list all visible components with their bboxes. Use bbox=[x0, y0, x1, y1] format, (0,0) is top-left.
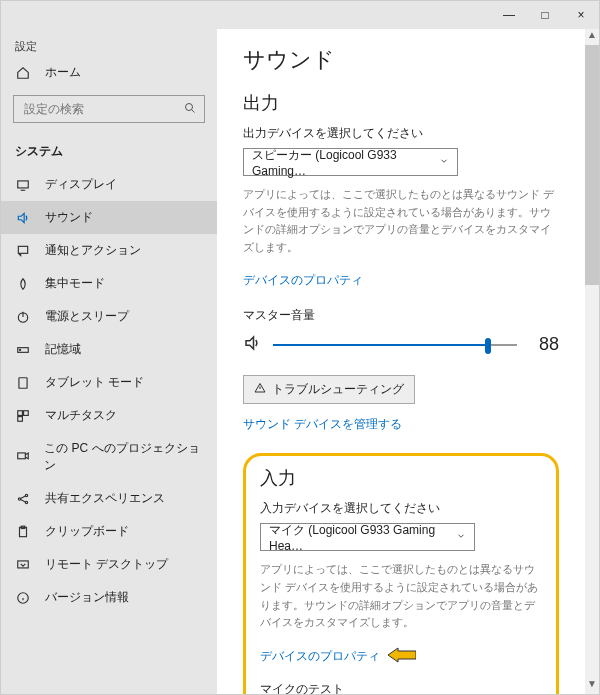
output-properties-link[interactable]: デバイスのプロパティ bbox=[243, 272, 363, 289]
titlebar: — □ × bbox=[1, 1, 599, 29]
focus-icon bbox=[15, 277, 31, 291]
svg-rect-5 bbox=[18, 246, 27, 253]
sidebar-section-title: システム bbox=[1, 133, 217, 168]
sidebar-item-remote[interactable]: リモート デスクトップ bbox=[1, 548, 217, 581]
callout-arrow-icon bbox=[388, 646, 416, 667]
master-volume-slider[interactable] bbox=[273, 344, 517, 346]
scroll-up-icon[interactable]: ▲ bbox=[587, 29, 597, 45]
sidebar-item-label: リモート デスクトップ bbox=[45, 556, 168, 573]
sidebar-item-label: タブレット モード bbox=[45, 374, 144, 391]
input-description: アプリによっては、ここで選択したものとは異なるサウンド デバイスを使用するように… bbox=[260, 561, 542, 631]
scrollbar-thumb[interactable] bbox=[585, 45, 599, 285]
clipboard-icon bbox=[15, 525, 31, 539]
sidebar-item-share[interactable]: 共有エクスペリエンス bbox=[1, 482, 217, 515]
tablet-icon bbox=[15, 376, 31, 390]
display-icon bbox=[15, 178, 31, 192]
multitask-icon bbox=[15, 409, 31, 423]
minimize-button[interactable]: — bbox=[491, 1, 527, 29]
svg-point-16 bbox=[18, 497, 20, 499]
output-device-select[interactable]: スピーカー (Logicool G933 Gaming… bbox=[243, 148, 458, 176]
chevron-down-icon bbox=[456, 530, 466, 544]
svg-marker-27 bbox=[246, 337, 254, 349]
svg-rect-2 bbox=[18, 180, 29, 187]
output-description: アプリによっては、ここで選択したものとは異なるサウンド デバイスを使用するように… bbox=[243, 186, 559, 256]
page-title: サウンド bbox=[243, 45, 559, 75]
output-troubleshoot-button[interactable]: トラブルシューティング bbox=[243, 375, 415, 404]
sidebar-item-focus[interactable]: 集中モード bbox=[1, 267, 217, 300]
sidebar-item-display[interactable]: ディスプレイ bbox=[1, 168, 217, 201]
sidebar-item-label: 集中モード bbox=[45, 275, 105, 292]
share-icon bbox=[15, 492, 31, 506]
search-icon bbox=[184, 102, 196, 117]
svg-marker-4 bbox=[18, 213, 24, 222]
svg-line-1 bbox=[192, 109, 195, 112]
svg-rect-15 bbox=[17, 453, 25, 459]
warning-icon bbox=[254, 382, 266, 397]
power-icon bbox=[15, 310, 31, 324]
sidebar-item-label: この PC へのプロジェクション bbox=[44, 440, 203, 474]
sidebar-item-label: クリップボード bbox=[45, 523, 129, 540]
storage-icon bbox=[15, 343, 31, 357]
svg-marker-30 bbox=[388, 648, 416, 662]
sidebar-item-label: マルチタスク bbox=[45, 407, 117, 424]
input-section-highlight: 入力 入力デバイスを選択してください マイク (Logicool G933 Ga… bbox=[243, 453, 559, 694]
home-icon bbox=[15, 66, 31, 80]
svg-rect-10 bbox=[19, 377, 27, 388]
app-title: 設定 bbox=[1, 33, 217, 56]
input-properties-link[interactable]: デバイスのプロパティ bbox=[260, 648, 380, 665]
svg-rect-12 bbox=[18, 410, 23, 415]
sidebar-item-label: バージョン情報 bbox=[45, 589, 129, 606]
about-icon bbox=[15, 591, 31, 605]
maximize-button[interactable]: □ bbox=[527, 1, 563, 29]
svg-point-18 bbox=[25, 501, 27, 503]
search-input[interactable] bbox=[22, 101, 184, 117]
master-volume-value: 88 bbox=[529, 334, 559, 355]
close-button[interactable]: × bbox=[563, 1, 599, 29]
chevron-down-icon bbox=[439, 155, 449, 169]
output-manage-link[interactable]: サウンド デバイスを管理する bbox=[243, 416, 402, 433]
vertical-scrollbar[interactable]: ▲ ▼ bbox=[585, 29, 599, 694]
svg-point-0 bbox=[186, 103, 193, 110]
sidebar-home[interactable]: ホーム bbox=[1, 56, 217, 89]
sidebar-item-tablet[interactable]: タブレット モード bbox=[1, 366, 217, 399]
svg-point-9 bbox=[20, 349, 21, 350]
sidebar-item-sound[interactable]: サウンド bbox=[1, 201, 217, 234]
output-device-label: 出力デバイスを選択してください bbox=[243, 125, 559, 142]
search-box[interactable] bbox=[13, 95, 205, 123]
main-content: サウンド 出力 出力デバイスを選択してください スピーカー (Logicool … bbox=[217, 29, 585, 694]
sidebar-item-label: 記憶域 bbox=[45, 341, 81, 358]
sidebar-item-about[interactable]: バージョン情報 bbox=[1, 581, 217, 614]
svg-rect-14 bbox=[18, 416, 23, 421]
notification-icon bbox=[15, 244, 31, 258]
sidebar-item-power[interactable]: 電源とスリープ bbox=[1, 300, 217, 333]
volume-icon[interactable] bbox=[243, 334, 261, 355]
sidebar-item-clipboard[interactable]: クリップボード bbox=[1, 515, 217, 548]
input-device-select[interactable]: マイク (Logicool G933 Gaming Hea… bbox=[260, 523, 475, 551]
output-heading: 出力 bbox=[243, 91, 559, 115]
sidebar-home-label: ホーム bbox=[45, 64, 81, 81]
sidebar-item-multitask[interactable]: マルチタスク bbox=[1, 399, 217, 432]
sidebar: 設定 ホーム システム ディスプレイ サウンド bbox=[1, 29, 217, 694]
sidebar-item-label: 通知とアクション bbox=[45, 242, 141, 259]
svg-point-17 bbox=[25, 494, 27, 496]
svg-rect-13 bbox=[24, 410, 29, 415]
btn-label: トラブルシューティング bbox=[272, 381, 404, 398]
output-device-value: スピーカー (Logicool G933 Gaming… bbox=[252, 147, 439, 178]
sidebar-item-label: 共有エクスペリエンス bbox=[45, 490, 165, 507]
master-volume-label: マスター音量 bbox=[243, 307, 559, 324]
scroll-down-icon[interactable]: ▼ bbox=[587, 678, 597, 694]
projection-icon bbox=[15, 450, 30, 464]
svg-line-20 bbox=[21, 499, 26, 501]
sidebar-item-label: 電源とスリープ bbox=[45, 308, 129, 325]
sidebar-item-label: サウンド bbox=[45, 209, 93, 226]
svg-line-19 bbox=[21, 496, 26, 498]
input-heading: 入力 bbox=[260, 466, 542, 490]
sidebar-item-notifications[interactable]: 通知とアクション bbox=[1, 234, 217, 267]
sidebar-item-storage[interactable]: 記憶域 bbox=[1, 333, 217, 366]
input-device-value: マイク (Logicool G933 Gaming Hea… bbox=[269, 522, 456, 553]
remote-icon bbox=[15, 558, 31, 572]
sidebar-item-projection[interactable]: この PC へのプロジェクション bbox=[1, 432, 217, 482]
sound-icon bbox=[15, 211, 31, 225]
sidebar-item-label: ディスプレイ bbox=[45, 176, 117, 193]
input-device-label: 入力デバイスを選択してください bbox=[260, 500, 542, 517]
